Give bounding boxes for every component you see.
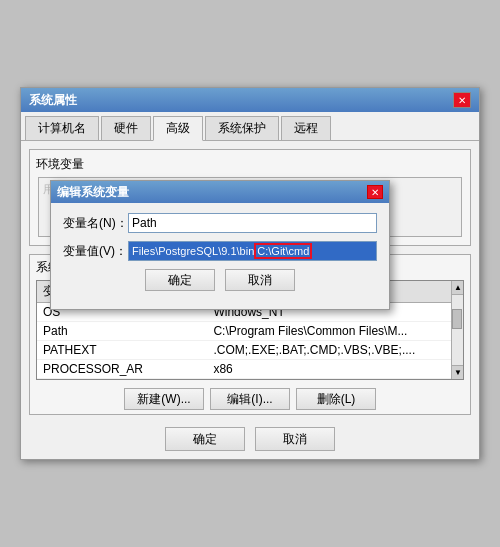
titlebar-buttons: ✕ xyxy=(453,92,471,108)
var-value-input[interactable]: Files\PostgreSQL\9.1\bin C:\Git\cmd xyxy=(128,241,377,261)
path-highlight-part: C:\Git\cmd xyxy=(254,243,312,259)
edit-dialog-buttons: 确定 取消 xyxy=(63,269,377,299)
env-section-title: 环境变量 xyxy=(36,156,464,173)
tab-computer-name[interactable]: 计算机名 xyxy=(25,116,99,140)
window-title: 系统属性 xyxy=(29,92,77,109)
tabs-bar: 计算机名 硬件 高级 系统保护 远程 xyxy=(21,112,479,141)
window-close-button[interactable]: ✕ xyxy=(453,92,471,108)
edit-dialog: 编辑系统变量 ✕ 变量名(N)： 变量值(V)： Files\PostgreSQ… xyxy=(50,180,390,310)
env-section: 环境变量 用户变量(U) 编辑系统变量 ✕ 变量名(N)： 变量值(V)： xyxy=(29,149,471,246)
var-value-label: 变量值(V)： xyxy=(63,243,128,260)
edit-confirm-button[interactable]: 确定 xyxy=(145,269,215,291)
sys-vars-buttons: 新建(W)... 编辑(I)... 删除(L) xyxy=(30,384,470,414)
tab-remote[interactable]: 远程 xyxy=(281,116,331,140)
cell-val: .COM;.EXE;.BAT;.CMD;.VBS;.VBE;.... xyxy=(207,341,463,360)
cell-var: PATHEXT xyxy=(37,341,207,360)
tab-hardware[interactable]: 硬件 xyxy=(101,116,151,140)
edit-dialog-body: 变量名(N)： 变量值(V)： Files\PostgreSQL\9.1\bin… xyxy=(51,203,389,309)
main-confirm-button[interactable]: 确定 xyxy=(165,427,245,451)
var-name-row: 变量名(N)： xyxy=(63,213,377,233)
cell-val: C:\Program Files\Common Files\M... xyxy=(207,322,463,341)
edit-cancel-button[interactable]: 取消 xyxy=(225,269,295,291)
var-name-input[interactable] xyxy=(128,213,377,233)
cell-var: PROCESSOR_AR xyxy=(37,360,207,379)
window-titlebar: 系统属性 ✕ xyxy=(21,88,479,112)
edit-dialog-titlebar: 编辑系统变量 ✕ xyxy=(51,181,389,203)
scroll-down-button[interactable]: ▼ xyxy=(452,365,464,379)
edit-dialog-close-button[interactable]: ✕ xyxy=(367,185,383,199)
scroll-up-button[interactable]: ▲ xyxy=(452,281,464,295)
cell-var: Path xyxy=(37,322,207,341)
main-buttons: 确定 取消 xyxy=(21,421,479,459)
edit-var-button[interactable]: 编辑(I)... xyxy=(210,388,290,410)
edit-dialog-title: 编辑系统变量 xyxy=(57,184,129,201)
table-row[interactable]: PROCESSOR_AR x86 xyxy=(37,360,463,379)
var-value-row: 变量值(V)： Files\PostgreSQL\9.1\bin C:\Git\… xyxy=(63,241,377,261)
table-row[interactable]: Path C:\Program Files\Common Files\M... xyxy=(37,322,463,341)
tab-advanced[interactable]: 高级 xyxy=(153,116,203,141)
main-cancel-button[interactable]: 取消 xyxy=(255,427,335,451)
scrollbar[interactable]: ▲ ▼ xyxy=(451,281,463,379)
scrollbar-thumb[interactable] xyxy=(452,309,462,329)
table-row[interactable]: PATHEXT .COM;.EXE;.BAT;.CMD;.VBS;.VBE;..… xyxy=(37,341,463,360)
new-var-button[interactable]: 新建(W)... xyxy=(124,388,204,410)
delete-var-button[interactable]: 删除(L) xyxy=(296,388,376,410)
cell-val: x86 xyxy=(207,360,463,379)
system-props-window: 系统属性 ✕ 计算机名 硬件 高级 系统保护 远程 环境变量 用户变量(U) xyxy=(20,87,480,460)
tab-system-protection[interactable]: 系统保护 xyxy=(205,116,279,140)
path-normal-part: Files\PostgreSQL\9.1\bin xyxy=(132,245,254,257)
var-name-label: 变量名(N)： xyxy=(63,215,128,232)
